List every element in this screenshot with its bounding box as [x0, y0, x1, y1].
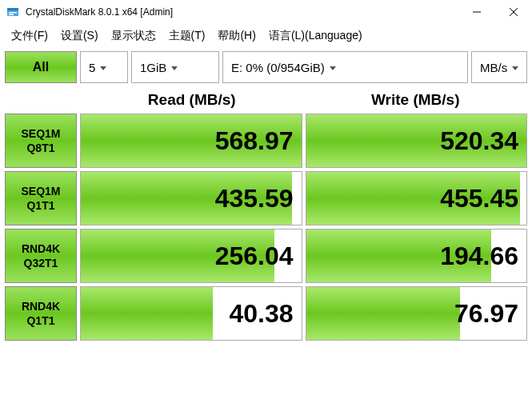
write-value: 76.97 [454, 299, 518, 329]
row-label-2: Q1T1 [26, 198, 54, 213]
write-value: 520.34 [440, 126, 518, 156]
run-rnd4k-q1t1-button[interactable]: RND4K Q1T1 [5, 286, 77, 341]
svg-rect-2 [9, 12, 17, 14]
size-dropdown[interactable]: 1GiB [131, 51, 219, 83]
svg-rect-1 [7, 8, 18, 10]
read-value: 568.97 [215, 126, 294, 156]
read-cell: 435.59 [80, 171, 302, 225]
result-row: SEQ1M Q8T1 568.97 520.34 [5, 114, 527, 168]
menubar: 文件(F) 设置(S) 显示状态 主题(T) 帮助(H) 语言(L)(Langu… [0, 24, 532, 48]
result-row: RND4K Q1T1 40.38 76.97 [5, 286, 527, 341]
write-cell: 520.34 [306, 114, 528, 168]
read-cell: 568.97 [80, 114, 302, 168]
menu-display[interactable]: 显示状态 [106, 26, 161, 46]
app-icon [6, 6, 19, 18]
target-value: E: 0% (0/954GiB) [231, 61, 325, 74]
menu-language[interactable]: 语言(L)(Language) [264, 26, 367, 46]
menu-help[interactable]: 帮助(H) [213, 26, 260, 46]
write-bar [306, 287, 461, 340]
run-seq1m-q1t1-button[interactable]: SEQ1M Q1T1 [5, 171, 77, 225]
runs-dropdown[interactable]: 5 [80, 51, 128, 83]
read-cell: 256.04 [80, 229, 302, 283]
row-label-2: Q8T1 [26, 141, 54, 155]
write-cell: 455.45 [306, 171, 528, 225]
read-value: 435.59 [215, 184, 294, 213]
size-value: 1GiB [140, 61, 166, 74]
runs-value: 5 [89, 61, 95, 74]
run-all-button[interactable]: All [5, 51, 77, 83]
row-label-2: Q1T1 [26, 313, 54, 328]
write-cell: 194.66 [306, 229, 528, 283]
row-label-1: SEQ1M [21, 184, 60, 198]
read-header: Read (MB/s) [80, 86, 304, 114]
menu-settings[interactable]: 设置(S) [56, 26, 103, 46]
unit-value: MB/s [480, 61, 507, 74]
row-label-1: RND4K [22, 241, 60, 256]
unit-dropdown[interactable]: MB/s [471, 51, 527, 83]
header-spacer [5, 86, 80, 114]
read-bar [81, 287, 213, 340]
write-header: Write (MB/s) [304, 86, 528, 114]
read-value: 40.38 [229, 299, 293, 329]
result-row: RND4K Q32T1 256.04 194.66 [5, 229, 527, 283]
write-value: 455.45 [440, 184, 518, 213]
write-value: 194.66 [440, 241, 518, 271]
write-cell: 76.97 [306, 286, 528, 341]
run-rnd4k-q32t1-button[interactable]: RND4K Q32T1 [5, 229, 77, 283]
window-titlebar: CrystalDiskMark 8.0.1 x64 [Admin] [0, 0, 532, 24]
read-cell: 40.38 [80, 286, 302, 341]
column-headers: Read (MB/s) Write (MB/s) [5, 86, 527, 114]
run-seq1m-q8t1-button[interactable]: SEQ1M Q8T1 [5, 114, 77, 168]
svg-rect-3 [9, 14, 14, 16]
result-row: SEQ1M Q1T1 435.59 455.45 [5, 171, 527, 225]
menu-file[interactable]: 文件(F) [6, 26, 53, 46]
menu-theme[interactable]: 主题(T) [164, 26, 210, 46]
row-label-1: SEQ1M [21, 126, 60, 141]
read-value: 256.04 [215, 241, 294, 271]
window-controls [458, 0, 532, 24]
results-grid: Read (MB/s) Write (MB/s) SEQ1M Q8T1 568.… [0, 86, 532, 349]
minimize-button[interactable] [458, 0, 495, 24]
row-label-2: Q32T1 [24, 256, 58, 270]
row-label-1: RND4K [22, 299, 60, 313]
toolbar: All 5 1GiB E: 0% (0/954GiB) MB/s [0, 48, 532, 86]
target-dropdown[interactable]: E: 0% (0/954GiB) [222, 51, 468, 83]
close-button[interactable] [495, 0, 532, 24]
window-title: CrystalDiskMark 8.0.1 x64 [Admin] [26, 6, 458, 18]
